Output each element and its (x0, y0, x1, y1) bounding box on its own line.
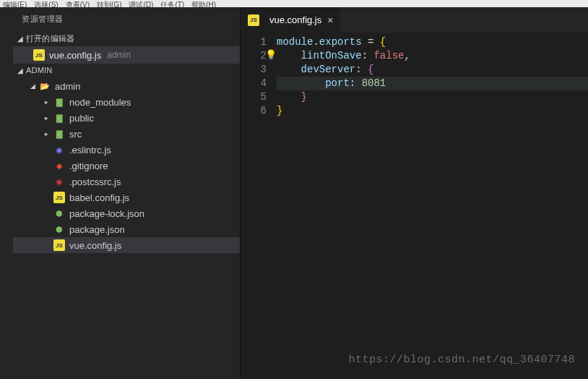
workspace-header[interactable]: ◢ ADMIN (13, 64, 240, 77)
tree-item-label: node_modules (69, 97, 131, 108)
open-editor-path: admin (107, 50, 131, 60)
chevron-right-icon: ▸ (45, 130, 53, 137)
code-editor[interactable]: 💡 123456 module.exports = { lintOnSave: … (241, 33, 588, 379)
open-editors-header[interactable]: ◢ 打开的编辑器 (13, 31, 240, 46)
file-row[interactable]: ◉.eslintrc.js (13, 142, 240, 158)
file-row[interactable]: ⬢package-lock.json (13, 205, 240, 221)
tree-item-label: babel.config.js (69, 192, 129, 203)
editor-group: JS vue.config.js × 💡 123456 module.expor… (240, 7, 588, 379)
chevron-right-icon: ▸ (45, 114, 53, 122)
tab-bar: JS vue.config.js × (241, 7, 588, 33)
workspace-name: ADMIN (26, 66, 52, 74)
file-icon: JS (53, 239, 65, 251)
file-icon: ⬢ (53, 223, 65, 235)
tree-item-label: .eslintrc.js (69, 145, 111, 156)
menu-item[interactable]: 转到(G) (97, 0, 121, 7)
folder-row[interactable]: ▸▇node_modules (13, 94, 240, 110)
code-content: module.exports = { lintOnSave: false, de… (277, 35, 588, 379)
tree-item-label: package-lock.json (69, 208, 144, 219)
menu-item[interactable]: 编辑(E) (3, 0, 27, 7)
line-number: 4 (241, 77, 267, 90)
line-number: 6 (241, 104, 267, 118)
menu-item[interactable]: 调试(D) (129, 0, 153, 7)
explorer-title: 资源管理器 (13, 7, 240, 31)
line-number: 5 (241, 90, 267, 104)
file-icon: ▇ (53, 128, 65, 140)
tree-item-label: .postcssrc.js (69, 176, 121, 187)
tree-item-label: src (69, 129, 82, 140)
file-row[interactable]: ◆.gitignore (13, 158, 240, 174)
open-editors-label: 打开的编辑器 (26, 33, 74, 44)
file-row[interactable]: ⬢package.json (13, 221, 240, 237)
file-icon: ⬢ (53, 208, 65, 219)
folder-row[interactable]: ▸▇public (13, 110, 240, 126)
open-editor-item[interactable]: JS vue.config.js admin (13, 46, 240, 64)
file-icon: ◆ (53, 160, 65, 171)
js-file-icon: JS (248, 14, 259, 26)
editor-tab[interactable]: JS vue.config.js × (241, 7, 341, 33)
open-editor-filename: vue.config.js (49, 50, 101, 61)
menu-item[interactable]: 帮助(H) (191, 0, 216, 7)
file-icon: JS (53, 192, 65, 203)
file-row[interactable]: JSvue.config.js (13, 237, 240, 253)
line-number: 3 (241, 63, 267, 77)
file-tree: ◢📂admin▸▇node_modules▸▇public▸▇src◉.esli… (13, 77, 240, 253)
file-row[interactable]: ◉.postcssrc.js (13, 174, 240, 190)
lightbulb-icon[interactable]: 💡 (265, 49, 277, 61)
file-icon: ◉ (53, 176, 65, 187)
tree-item-label: package.json (69, 224, 125, 235)
menu-item[interactable]: 选择(S) (34, 0, 58, 7)
folder-row[interactable]: ▸▇src (13, 126, 240, 142)
explorer-sidebar: 资源管理器 ◢ 打开的编辑器 JS vue.config.js admin ◢ … (0, 7, 240, 379)
tree-item-label: public (69, 113, 94, 124)
js-file-icon: JS (33, 49, 45, 61)
chevron-down-icon: ◢ (30, 82, 39, 90)
line-number: 1 (241, 35, 267, 49)
tree-item-label: vue.config.js (69, 240, 121, 251)
menu-item[interactable]: 任务(T) (160, 0, 184, 7)
tree-item-label: admin (55, 81, 80, 92)
file-icon: ▇ (53, 112, 65, 124)
file-icon: ◉ (53, 144, 65, 156)
menubar: 编辑(E)选择(S)查看(V)转到(G)调试(D)任务(T)帮助(H) (0, 0, 588, 7)
file-icon: 📂 (39, 80, 51, 92)
file-icon: ▇ (53, 96, 65, 108)
chevron-right-icon: ▸ (45, 98, 53, 106)
line-number: 2 (241, 49, 267, 63)
tab-filename: vue.config.js (269, 14, 321, 25)
line-numbers: 123456 (241, 35, 277, 379)
chevron-down-icon: ◢ (17, 67, 26, 74)
folder-row[interactable]: ◢📂admin (13, 78, 240, 94)
menu-item[interactable]: 查看(V) (66, 0, 90, 7)
file-row[interactable]: JSbabel.config.js (13, 190, 240, 205)
chevron-down-icon: ◢ (17, 35, 26, 43)
close-icon[interactable]: × (327, 14, 333, 26)
tree-item-label: .gitignore (69, 161, 108, 171)
